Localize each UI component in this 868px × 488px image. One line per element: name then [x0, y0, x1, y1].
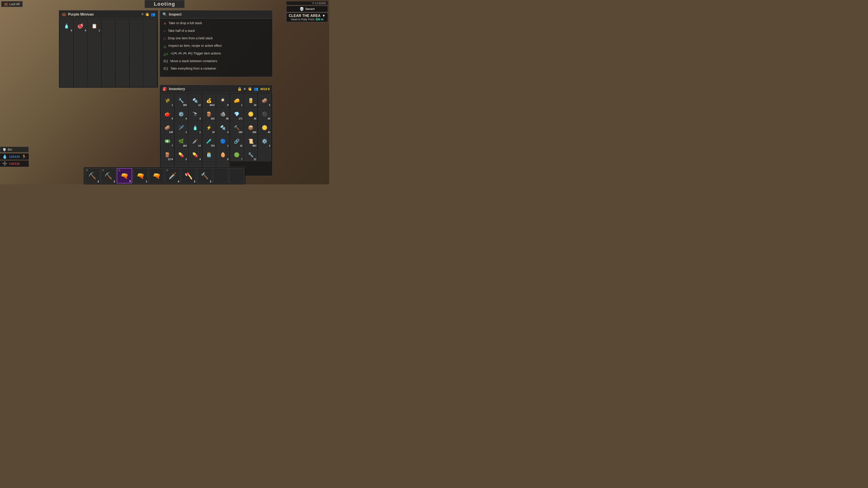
inventory-cell[interactable]: 🥔140: [161, 121, 174, 134]
inventory-cell[interactable]: ⚡10: [203, 121, 216, 134]
minivan-cell[interactable]: [116, 33, 129, 46]
inventory-cell[interactable]: 🍅9: [161, 107, 174, 121]
minivan-cell[interactable]: 🥩4: [74, 20, 87, 33]
distance-value: 8m: [8, 148, 12, 151]
minivan-cell[interactable]: [74, 46, 87, 60]
hotbar-slot[interactable]: [213, 168, 228, 184]
inventory-cell[interactable]: 💰4010: [203, 94, 216, 107]
transfer-icon[interactable]: 👋: [145, 12, 149, 17]
inventory-cell[interactable]: 🥚9: [216, 148, 229, 161]
inventory-cell[interactable]: 🧀1: [230, 94, 243, 107]
minivan-cell[interactable]: 📋1: [88, 20, 101, 33]
inventory-cell[interactable]: 💊4: [188, 148, 202, 161]
group-icon[interactable]: 👥: [151, 12, 155, 17]
hotbar-slot[interactable]: [229, 168, 245, 184]
inventory-cell[interactable]: 🔩12: [188, 94, 202, 107]
inventory-cell[interactable]: 💊5: [175, 148, 188, 161]
inv-cell-count: 2: [269, 104, 270, 106]
inventory-cell[interactable]: 🪨48: [216, 107, 229, 121]
inventory-cell[interactable]: 🔧300: [175, 94, 188, 107]
minivan-cell[interactable]: [130, 74, 143, 87]
hotbar-slot[interactable]: ⚙⛏️2: [85, 168, 100, 184]
minivan-cell[interactable]: [102, 46, 115, 60]
minivan-cell[interactable]: [60, 74, 73, 87]
inventory-cell[interactable]: 🪙35: [244, 107, 257, 121]
minivan-cell[interactable]: [116, 60, 129, 73]
minivan-cell[interactable]: [60, 60, 73, 73]
minivan-cell[interactable]: [130, 46, 143, 60]
inventory-cell[interactable]: 🪵202: [203, 107, 216, 121]
inventory-cell[interactable]: 💵7: [161, 135, 174, 148]
inventory-cell[interactable]: ⚙️0: [175, 107, 188, 121]
minivan-cell[interactable]: [74, 74, 87, 87]
hotbar-slot[interactable]: 🔫: [149, 168, 164, 184]
minivan-cell[interactable]: [102, 33, 115, 46]
inventory-cell[interactable]: 🥔2: [258, 94, 271, 107]
inventory-cell[interactable]: 🌿263: [175, 135, 188, 148]
inventory-cell[interactable]: 🌾1: [161, 94, 174, 107]
loot-all-button[interactable]: 💼 Loot All: [1, 1, 23, 7]
inv-cell-count: 4010: [210, 104, 215, 106]
hotbar-slot[interactable]: 🪓3: [181, 168, 196, 184]
minivan-cell[interactable]: [60, 33, 73, 46]
inventory-cell[interactable]: 🔩4: [216, 121, 229, 134]
minivan-cell[interactable]: [144, 60, 157, 73]
minivan-cell[interactable]: [116, 46, 129, 60]
minivan-cell[interactable]: 🧴6: [60, 20, 73, 33]
inventory-cell[interactable]: 🔭3: [188, 107, 202, 121]
inventory-cell[interactable]: 🫙: [203, 148, 216, 161]
inventory-cell[interactable]: 🔗12: [230, 135, 243, 148]
hotbar-slot[interactable]: ⚙⛏️2: [101, 168, 116, 184]
sort-icon[interactable]: ≡: [142, 12, 144, 17]
inventory-cell[interactable]: 🪡1: [175, 121, 188, 134]
minivan-cell[interactable]: [74, 33, 87, 46]
hotbar-slot[interactable]: ⚙🗡️4: [165, 168, 180, 184]
minivan-cell[interactable]: [144, 74, 157, 87]
inventory-cell[interactable]: 🪵1174: [161, 148, 174, 161]
inspect-instruction: ○Take half of a stack: [163, 29, 269, 33]
inventory-cell[interactable]: 📜863: [244, 135, 257, 148]
inv-transfer-icon[interactable]: 👋: [248, 87, 252, 91]
minivan-cell[interactable]: [116, 20, 129, 33]
minivan-cell[interactable]: [102, 74, 115, 87]
minivan-cell[interactable]: [130, 33, 143, 46]
inventory-cell[interactable]: ⚙️2: [258, 135, 271, 148]
inventory-cell[interactable]: 🔵1: [216, 135, 229, 148]
inventory-cell[interactable]: 🔧21: [244, 148, 257, 161]
minivan-cell[interactable]: [102, 60, 115, 73]
inventory-cell[interactable]: 💎171: [230, 107, 243, 121]
minivan-cell[interactable]: [74, 60, 87, 73]
inventory-cell[interactable]: 🪙43: [258, 121, 271, 134]
minivan-cell[interactable]: [88, 60, 101, 73]
inventory-cell[interactable]: 🧴1: [188, 121, 202, 134]
minivan-cell[interactable]: [60, 46, 73, 60]
inventory-cell[interactable]: 🟢7: [230, 148, 243, 161]
inv-group-icon[interactable]: 👥: [254, 87, 258, 91]
inventory-cell[interactable]: 📦256: [244, 121, 257, 134]
minivan-cell[interactable]: [116, 74, 129, 87]
minivan-cell[interactable]: [130, 60, 143, 73]
inventory-cell[interactable]: ⚫54: [258, 107, 271, 121]
inventory-cell[interactable]: [258, 148, 271, 161]
minivan-cell[interactable]: [144, 33, 157, 46]
minivan-cell[interactable]: [102, 20, 115, 33]
inv-cell-icon: 💵: [162, 136, 172, 146]
inv-sort-icon[interactable]: ≡: [244, 87, 246, 91]
inventory-title: Inventory: [169, 87, 236, 91]
inv-cell-count: 7: [172, 144, 173, 147]
inventory-cell[interactable]: 🗡️14: [188, 135, 202, 148]
minivan-cell[interactable]: [88, 74, 101, 87]
hotbar-slot[interactable]: ⚙🔫5: [117, 168, 132, 184]
minivan-cell[interactable]: [144, 46, 157, 60]
inventory-cell[interactable]: 🥫10: [244, 94, 257, 107]
minivan-cell[interactable]: [130, 20, 143, 33]
inventory-cell[interactable]: 🔨183: [230, 121, 243, 134]
minivan-cell[interactable]: [144, 20, 157, 33]
minivan-cell[interactable]: [88, 46, 101, 60]
hotbar-slot[interactable]: 🔫1: [133, 168, 148, 184]
hotbar-gear-icon: ⚙: [102, 169, 104, 172]
inventory-cell[interactable]: 🍳8: [216, 94, 229, 107]
hotbar-slot[interactable]: 🔨2: [197, 168, 213, 184]
inventory-cell[interactable]: 🧪753: [203, 135, 216, 148]
minivan-cell[interactable]: [88, 33, 101, 46]
